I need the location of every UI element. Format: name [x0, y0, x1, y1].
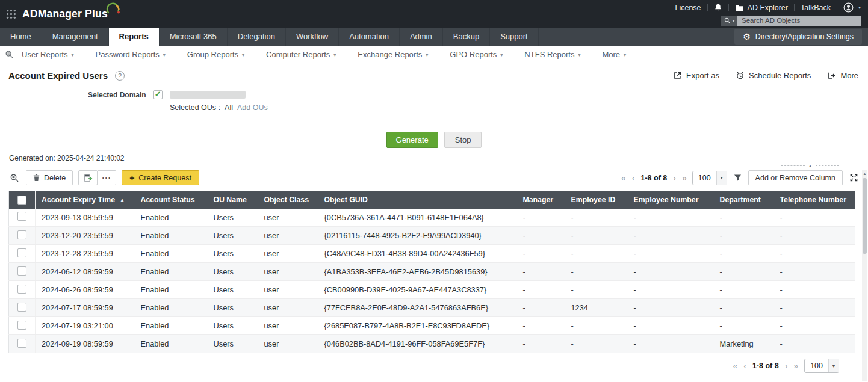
report-menu-exchange-reports[interactable]: Exchange Reports▾: [358, 50, 428, 59]
more-actions-button[interactable]: More: [827, 71, 858, 80]
directory-application-settings-button[interactable]: ⚙ Directory/Application Settings: [734, 29, 862, 45]
column-header-object-class[interactable]: Object Class: [258, 191, 318, 209]
more-table-actions-button[interactable]: ···: [97, 170, 116, 185]
column-header-employee-number[interactable]: Employee Number: [628, 191, 714, 209]
user-menu-button[interactable]: ▾: [843, 2, 861, 13]
chevron-down-icon: ▾: [733, 19, 734, 23]
column-header-account-expiry-time[interactable]: Account Expiry Time▲: [36, 191, 135, 209]
row-checkbox[interactable]: [17, 230, 26, 239]
tab-automation[interactable]: Automation: [339, 28, 400, 46]
table-cell: -: [517, 245, 565, 263]
schedule-icon: [736, 71, 745, 80]
app-grid-icon[interactable]: [6, 9, 16, 19]
table-cell: -: [714, 227, 774, 245]
table-row: 2024-06-26 08:59:59EnabledUsersuser{CB00…: [9, 281, 855, 299]
prev-page-button[interactable]: ‹: [743, 362, 746, 370]
table-cell: {77FCEB8A-2E0F-48D9-A2A1-5476863AFB6E}: [318, 299, 517, 317]
create-request-button[interactable]: + Create Request: [122, 170, 199, 185]
filter-icon[interactable]: [733, 174, 743, 182]
export-table-button[interactable]: [78, 170, 98, 185]
vertical-scrollbar[interactable]: ▲: [862, 170, 867, 381]
delete-button[interactable]: Delete: [26, 170, 73, 185]
table-cell: -: [628, 317, 714, 335]
tab-admin[interactable]: Admin: [400, 28, 443, 46]
tab-workflow[interactable]: Workflow: [286, 28, 339, 46]
report-menu-more[interactable]: More▾: [602, 50, 626, 59]
expand-icon[interactable]: [848, 173, 860, 182]
next-page-button[interactable]: ›: [673, 174, 676, 182]
table-cell: -: [714, 263, 774, 281]
first-page-button[interactable]: «: [621, 174, 626, 182]
column-header-department[interactable]: Department: [714, 191, 774, 209]
table-cell: -: [628, 299, 714, 317]
report-search-icon[interactable]: [5, 50, 14, 59]
column-header-account-status[interactable]: Account Status: [135, 191, 208, 209]
schedule-reports-button[interactable]: Schedule Reports: [736, 71, 811, 80]
selected-ous-label: Selected OUs :: [170, 103, 220, 112]
notifications-button[interactable]: [714, 3, 722, 12]
table-row: 2024-07-17 08:59:59EnabledUsersuser{77FC…: [9, 299, 855, 317]
export-as-button[interactable]: Export as: [673, 71, 719, 80]
column-header-manager[interactable]: Manager: [517, 191, 565, 209]
report-menu-password-reports[interactable]: Password Reports▾: [96, 50, 166, 59]
tab-support[interactable]: Support: [490, 28, 539, 46]
page-size-select[interactable]: 100 ▼: [804, 359, 839, 373]
row-checkbox[interactable]: [17, 339, 26, 348]
report-menu-group-reports[interactable]: Group Reports▾: [187, 50, 244, 59]
app-logo: ADManager Plus: [22, 8, 121, 20]
generate-button[interactable]: Generate: [386, 132, 438, 148]
row-checkbox[interactable]: [17, 266, 26, 276]
column-search-icon[interactable]: [8, 173, 20, 183]
table-cell: Enabled: [135, 227, 208, 245]
table-cell: {046B02BB-8AD4-4191-96FF-058FA69E5F7F}: [318, 335, 517, 353]
add-ous-link[interactable]: Add OUs: [237, 103, 268, 112]
report-menu-user-reports[interactable]: User Reports▾: [22, 50, 74, 59]
report-menu-gpo-reports[interactable]: GPO Reports▾: [450, 50, 503, 59]
select-all-checkbox[interactable]: [17, 196, 26, 205]
column-header-ou-name[interactable]: OU Name: [208, 191, 258, 209]
scroll-thumb[interactable]: [863, 178, 867, 254]
talkback-link[interactable]: TalkBack: [801, 4, 831, 12]
row-checkbox[interactable]: [17, 303, 26, 312]
row-checkbox[interactable]: [17, 212, 26, 221]
tab-delegation[interactable]: Delegation: [228, 28, 286, 46]
search-scope-button[interactable]: ▾: [721, 16, 737, 26]
table-cell: 2024-06-12 08:59:59: [36, 263, 135, 281]
export-icon: [673, 71, 682, 80]
tab-reports[interactable]: Reports: [109, 28, 160, 46]
search-input[interactable]: [737, 16, 861, 26]
help-icon[interactable]: ?: [115, 71, 125, 81]
tab-home[interactable]: Home: [0, 28, 42, 46]
add-remove-column-button[interactable]: Add or Remove Column: [748, 170, 843, 185]
table-cell: user: [258, 335, 318, 353]
chevron-down-icon: ▾: [858, 5, 861, 10]
stop-button[interactable]: Stop: [444, 132, 482, 148]
last-page-button[interactable]: »: [793, 362, 798, 370]
collapse-caret-icon: ▲: [808, 164, 813, 168]
domain-checkbox[interactable]: [153, 90, 163, 99]
scroll-up-icon[interactable]: ▲: [862, 170, 867, 177]
row-checkbox[interactable]: [17, 285, 26, 294]
row-checkbox[interactable]: [17, 321, 26, 330]
last-page-button[interactable]: »: [682, 174, 687, 182]
tab-microsoft-365[interactable]: Microsoft 365: [160, 28, 228, 46]
row-checkbox[interactable]: [17, 248, 26, 257]
next-page-button[interactable]: ›: [785, 362, 788, 370]
prev-page-button[interactable]: ‹: [632, 174, 635, 182]
panel-collapse-handle[interactable]: ▲: [781, 164, 839, 168]
table-cell: -: [714, 299, 774, 317]
ad-explorer-link[interactable]: AD Explorer: [735, 4, 788, 12]
tab-management[interactable]: Management: [42, 28, 109, 46]
column-header-telephone-number[interactable]: Telephone Number: [774, 191, 855, 209]
selected-domain-value-redacted[interactable]: [170, 91, 246, 99]
tab-backup[interactable]: Backup: [443, 28, 490, 46]
column-header-object-guid[interactable]: Object GUID: [318, 191, 517, 209]
report-menu-ntfs-reports[interactable]: NTFS Reports▾: [524, 50, 580, 59]
page-actions: Export as Schedule Reports More: [673, 71, 858, 80]
page-size-select[interactable]: 100 ▼: [692, 171, 727, 185]
column-header-employee-id[interactable]: Employee ID: [565, 191, 628, 209]
license-link[interactable]: License: [675, 4, 701, 12]
first-page-button[interactable]: «: [733, 362, 737, 370]
report-menu-computer-reports[interactable]: Computer Reports▾: [266, 50, 336, 59]
divider: [837, 4, 837, 11]
